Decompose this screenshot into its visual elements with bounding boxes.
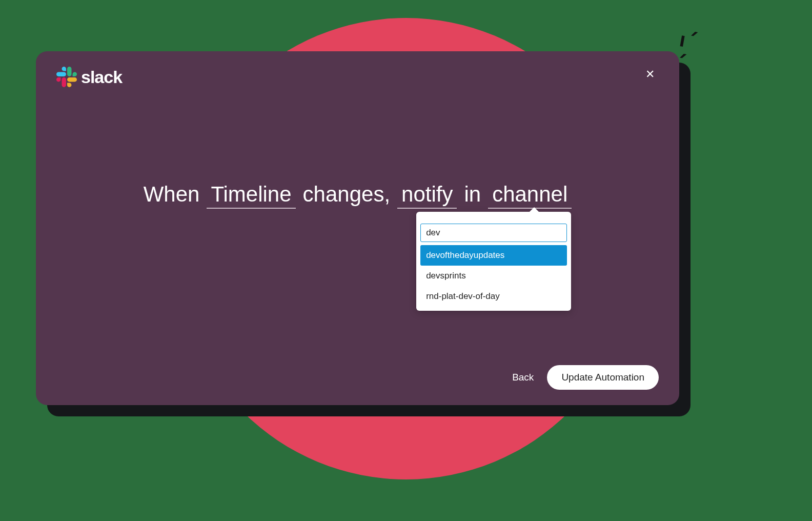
back-button[interactable]: Back — [512, 372, 534, 383]
slack-logo: slack — [56, 67, 122, 87]
channel-option[interactable]: devofthedayupdates — [420, 245, 567, 266]
close-button[interactable]: ✕ — [641, 67, 659, 82]
channel-search-input[interactable] — [420, 224, 567, 242]
sentence-container: When Timeline changes, notify in channel… — [56, 87, 659, 365]
channel-option[interactable]: devsprints — [420, 266, 567, 286]
sparkle-icon: ı ˊˊ — [674, 27, 697, 76]
channel-option[interactable]: rnd-plat-dev-of-day — [420, 286, 567, 307]
automation-sentence: When Timeline changes, notify in channel… — [144, 182, 572, 209]
sentence-text: in — [464, 182, 481, 207]
slack-wordmark: slack — [81, 67, 122, 87]
update-automation-button[interactable]: Update Automation — [547, 365, 659, 390]
sentence-text: changes, — [303, 182, 390, 207]
modal-header: slack ✕ — [56, 67, 659, 87]
channel-filler[interactable]: channel devofthedayupdatesdevsprintsrnd-… — [488, 182, 572, 209]
action-filler[interactable]: notify — [397, 182, 457, 209]
modal-footer: Back Update Automation — [56, 365, 659, 390]
sentence-text: When — [144, 182, 200, 207]
channel-filler-label: channel — [492, 182, 567, 206]
channel-option-list: devofthedayupdatesdevsprintsrnd-plat-dev… — [420, 245, 567, 307]
channel-dropdown: devofthedayupdatesdevsprintsrnd-plat-dev… — [416, 212, 571, 311]
slack-mark-icon — [56, 67, 77, 87]
field-trigger-filler[interactable]: Timeline — [207, 182, 295, 209]
automation-modal: slack ✕ When Timeline changes, notify in… — [36, 51, 679, 405]
